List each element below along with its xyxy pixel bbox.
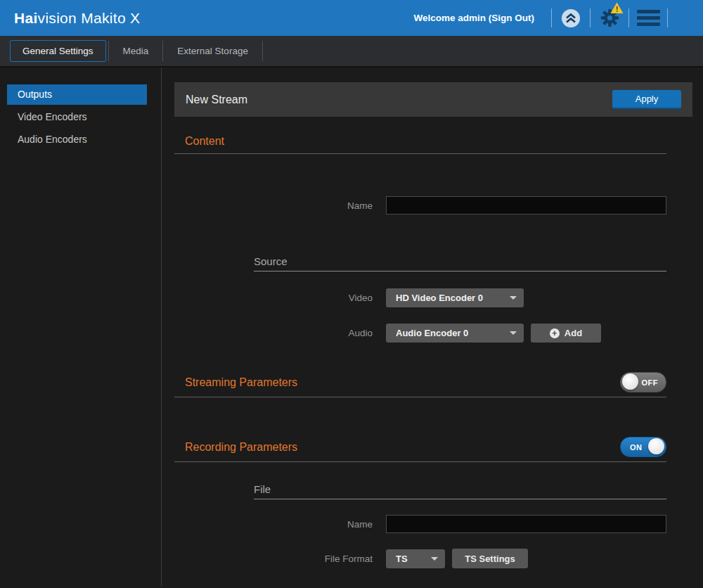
source-subsection-divider	[254, 271, 666, 271]
sidebar: Outputs Video Encoders Audio Encoders	[0, 68, 162, 587]
panel-header: New Stream Apply	[174, 82, 692, 117]
content-section-header: Content	[174, 135, 666, 148]
topbar-right-group: Welcome admin (Sign Out)	[413, 0, 703, 36]
caret-down-icon	[510, 331, 517, 335]
sign-out-link[interactable]: (Sign Out)	[489, 13, 534, 23]
page-title: New Stream	[186, 94, 247, 106]
content-section-title: Content	[185, 135, 224, 148]
add-audio-button-label: Add	[565, 328, 582, 338]
sidebar-item-outputs[interactable]: Outputs	[7, 84, 147, 105]
audio-source-label: Audio	[174, 328, 373, 338]
settings-button[interactable]: !	[591, 0, 628, 36]
status-icon	[561, 8, 581, 28]
video-source-dropdown[interactable]: HD Video Encoder 0	[386, 288, 524, 307]
tab-separator	[262, 41, 263, 61]
sidebar-item-video-encoders[interactable]: Video Encoders	[7, 107, 147, 127]
menu-icon	[637, 10, 660, 26]
tab-general-settings[interactable]: General Settings	[10, 40, 106, 62]
tab-media[interactable]: Media	[111, 41, 161, 61]
sidebar-item-audio-encoders[interactable]: Audio Encoders	[7, 129, 147, 150]
streaming-toggle[interactable]: OFF	[620, 372, 666, 392]
recording-section-header: Recording Parameters ON	[174, 437, 666, 457]
file-subsection-title: File	[254, 483, 692, 495]
file-name-row: Name	[174, 515, 692, 533]
streaming-section-title: Streaming Parameters	[185, 376, 297, 389]
recording-section-divider	[174, 461, 666, 462]
topbar-divider	[667, 8, 668, 27]
recording-toggle[interactable]: ON	[620, 437, 666, 457]
welcome-text: Welcome admin (Sign Out)	[413, 13, 534, 23]
welcome-prefix: Welcome admin	[413, 13, 488, 23]
video-source-value: HD Video Encoder 0	[396, 293, 483, 303]
add-audio-button[interactable]: + Add	[531, 324, 601, 343]
source-subsection-title: Source	[254, 255, 692, 267]
logo-rest: vision Makito X	[38, 10, 141, 26]
tab-separator	[108, 41, 109, 61]
audio-source-dropdown[interactable]: Audio Encoder 0	[386, 324, 524, 343]
app-logo: Haivision Makito X	[14, 10, 140, 27]
tab-external-storage[interactable]: External Storage	[165, 41, 260, 61]
toggle-knob	[648, 438, 664, 454]
tab-separator	[162, 41, 163, 61]
logo-bold: Hai	[14, 10, 38, 26]
status-button[interactable]	[552, 0, 590, 36]
streaming-section-header: Streaming Parameters OFF	[174, 372, 666, 392]
plus-circle-icon: +	[550, 328, 560, 338]
warning-badge-icon: !	[610, 2, 624, 14]
streaming-section-divider	[174, 397, 666, 397]
top-bar: Haivision Makito X Welcome admin (Sign O…	[0, 0, 703, 36]
audio-source-row: Audio Audio Encoder 0 + Add	[174, 324, 692, 343]
stream-name-row: Name	[174, 196, 692, 215]
menu-button[interactable]	[629, 0, 667, 36]
file-format-dropdown[interactable]: TS	[386, 549, 445, 568]
recording-section-title: Recording Parameters	[185, 441, 297, 454]
audio-source-value: Audio Encoder 0	[396, 328, 468, 338]
stream-name-label: Name	[174, 200, 373, 211]
main-content: New Stream Apply Content Name Source Vid…	[162, 68, 703, 587]
video-source-row: Video HD Video Encoder 0	[174, 288, 692, 307]
file-format-label: File Format	[174, 554, 373, 564]
recording-toggle-state: ON	[630, 443, 643, 452]
apply-button[interactable]: Apply	[612, 90, 681, 109]
content-section-divider	[174, 153, 666, 154]
caret-down-icon	[510, 296, 517, 300]
file-format-value: TS	[396, 554, 408, 564]
page-body: Outputs Video Encoders Audio Encoders Ne…	[0, 68, 703, 587]
caret-down-icon	[431, 557, 438, 561]
ts-settings-button[interactable]: TS Settings	[452, 549, 528, 568]
file-name-input[interactable]	[386, 515, 666, 533]
file-subsection-divider	[254, 499, 666, 499]
streaming-toggle-state: OFF	[642, 378, 659, 387]
toggle-knob	[622, 373, 638, 390]
file-format-row: File Format TS TS Settings	[174, 549, 692, 568]
svg-text:!: !	[616, 5, 619, 13]
file-name-label: Name	[174, 519, 373, 530]
main-tab-bar: General Settings Media External Storage	[0, 36, 703, 68]
video-source-label: Video	[174, 293, 373, 303]
stream-name-input[interactable]	[386, 196, 666, 215]
